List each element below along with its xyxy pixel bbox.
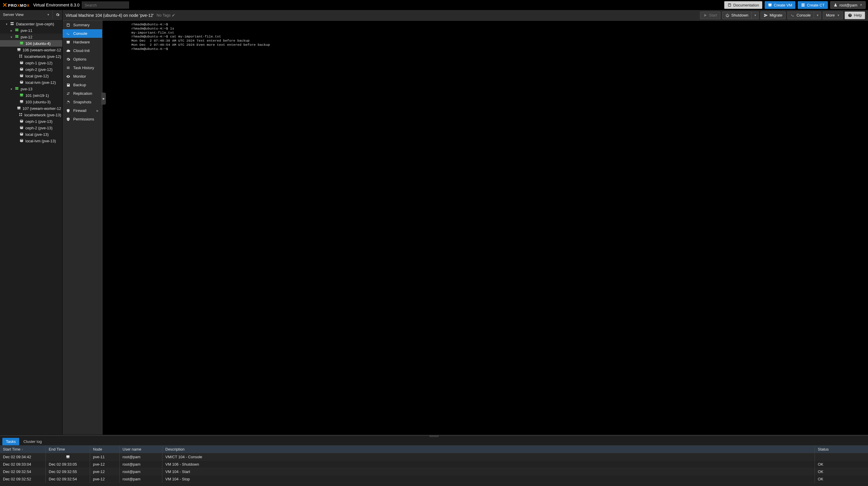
subnav-label: Cloud-Init bbox=[73, 49, 90, 53]
tree-item[interactable]: localnetwork (pve-12) bbox=[0, 53, 62, 60]
tree-item[interactable]: ceph-2 (pve-12) bbox=[0, 66, 62, 73]
subnav-console[interactable]: Console bbox=[63, 29, 102, 38]
create-vm-button[interactable]: Create VM bbox=[765, 1, 795, 9]
cell-status: OK bbox=[815, 475, 868, 482]
cell-user: root@pam bbox=[120, 461, 162, 468]
tree-item[interactable]: ▾pve-12 bbox=[0, 34, 62, 40]
send-icon bbox=[764, 13, 768, 18]
tree-item-label: local-lvm (pve-13) bbox=[25, 139, 56, 143]
console-menu-button[interactable]: ▼ bbox=[814, 11, 821, 19]
pencil-icon bbox=[172, 13, 175, 17]
tab-tasks[interactable]: Tasks bbox=[2, 438, 19, 445]
subnav-cloud-init[interactable]: Cloud-Init bbox=[63, 47, 102, 55]
search-input[interactable] bbox=[82, 1, 129, 8]
subnav-backup[interactable]: Backup bbox=[63, 81, 102, 89]
tree-item[interactable]: 103 (ubuntu-3) bbox=[0, 99, 62, 105]
shutdown-menu-button[interactable]: ▼ bbox=[751, 11, 759, 19]
col-user[interactable]: User name bbox=[120, 446, 162, 453]
col-end-time[interactable]: End Time bbox=[46, 446, 90, 453]
tree-item[interactable]: ceph-1 (pve-12) bbox=[0, 60, 62, 66]
cell-node: pve-12 bbox=[90, 468, 120, 475]
tree-item[interactable]: ▾pve-13 bbox=[0, 86, 62, 92]
tree-item[interactable]: local (pve-12) bbox=[0, 73, 62, 79]
tree-item-label: pve-11 bbox=[21, 28, 32, 33]
gear-icon bbox=[56, 13, 60, 17]
tree-item-label: ceph-2 (pve-12) bbox=[25, 67, 53, 72]
term-icon bbox=[66, 32, 70, 36]
subnav-options[interactable]: Options bbox=[63, 55, 102, 63]
subnav-label: Hardware bbox=[73, 40, 90, 44]
subnav-snapshots[interactable]: Snapshots bbox=[63, 98, 102, 106]
sub-nav: SummaryConsoleHardwareCloud-InitOptionsT… bbox=[63, 21, 102, 435]
bottom-splitter[interactable] bbox=[0, 435, 868, 437]
subnav-permissions[interactable]: Permissions bbox=[63, 115, 102, 123]
help-button[interactable]: Help bbox=[845, 11, 865, 19]
subnav-expand-handle[interactable]: ▶ bbox=[101, 93, 106, 104]
tree-item[interactable]: ceph-2 (pve-13) bbox=[0, 125, 62, 131]
subnav-firewall[interactable]: Firewall▶ bbox=[63, 106, 102, 115]
tree-item[interactable]: ceph-1 (pve-13) bbox=[0, 118, 62, 125]
user-menu-button[interactable]: root@pam▼ bbox=[830, 1, 866, 9]
subnav-replication[interactable]: Replication bbox=[63, 89, 102, 98]
tree-settings-button[interactable] bbox=[53, 10, 62, 19]
documentation-button[interactable]: Documentation bbox=[724, 1, 762, 9]
tab-cluster-log[interactable]: Cluster log bbox=[20, 438, 45, 445]
console-pane[interactable]: rhmadm@ubuntu-4:~$ rhmadm@ubuntu-4:~$ ls… bbox=[102, 21, 868, 435]
subnav-hardware[interactable]: Hardware bbox=[63, 38, 102, 47]
shield-icon bbox=[66, 109, 70, 113]
tree-item[interactable]: ▸pve-11 bbox=[0, 27, 62, 34]
cell-start: Dec 02 09:33:04 bbox=[0, 461, 46, 468]
shutdown-button[interactable]: Shutdown bbox=[722, 11, 752, 19]
disk-icon bbox=[19, 139, 24, 144]
disk-icon bbox=[19, 73, 24, 79]
tree-toggle-icon: ▾ bbox=[9, 87, 13, 91]
more-button[interactable]: More▼ bbox=[823, 11, 843, 19]
subnav-label: Snapshots bbox=[73, 100, 91, 104]
left-panel: Server View▼ ▾Datacenter (pve-ceph)▸pve-… bbox=[0, 10, 63, 435]
tree-item[interactable]: localnetwork (pve-13) bbox=[0, 112, 62, 118]
tree-item[interactable]: local-lvm (pve-13) bbox=[0, 138, 62, 144]
cell-desc: VM 104 - Start bbox=[162, 468, 815, 475]
node-icon bbox=[14, 28, 20, 33]
subnav-label: Monitor bbox=[73, 74, 86, 79]
subnav-task-history[interactable]: Task History bbox=[63, 63, 102, 72]
cell-node: pve-12 bbox=[90, 461, 120, 468]
tree-item[interactable]: local-lvm (pve-12) bbox=[0, 79, 62, 86]
tree-item-label: localnetwork (pve-13) bbox=[25, 113, 61, 117]
tree-item-label: pve-13 bbox=[21, 87, 32, 91]
cell-node: pve-12 bbox=[90, 475, 120, 482]
tree-item[interactable]: local (pve-13) bbox=[0, 131, 62, 138]
help-icon bbox=[848, 13, 852, 18]
subnav-label: Firewall bbox=[73, 109, 87, 113]
tree-item[interactable]: 107 (veeam-worker-12 bbox=[0, 105, 62, 112]
create-ct-button[interactable]: Create CT bbox=[798, 1, 828, 9]
tree-item[interactable]: ▾Datacenter (pve-ceph) bbox=[0, 21, 62, 27]
start-button[interactable]: Start bbox=[700, 11, 720, 19]
bottom-panel: Tasks Cluster log Start Time↓ End Time N… bbox=[0, 435, 868, 486]
tree-item-label: ceph-1 (pve-12) bbox=[25, 61, 53, 65]
tags-editor[interactable]: No Tags bbox=[157, 13, 175, 18]
col-start-time[interactable]: Start Time↓ bbox=[0, 446, 46, 453]
subnav-summary[interactable]: Summary bbox=[63, 21, 102, 29]
cube-icon bbox=[801, 3, 805, 7]
tree-item-label: pve-12 bbox=[21, 35, 32, 39]
task-row[interactable]: Dec 02 09:32:54Dec 02 09:32:55pve-12root… bbox=[0, 468, 868, 475]
console-button[interactable]: Console bbox=[787, 11, 814, 19]
task-row[interactable]: Dec 02 09:34:42pve-11root@pamVM/CT 104 -… bbox=[0, 453, 868, 461]
resource-tree: ▾Datacenter (pve-ceph)▸pve-11▾pve-12104 … bbox=[0, 20, 62, 435]
monitor-icon bbox=[768, 3, 772, 7]
tree-item[interactable]: 101 (win19-1) bbox=[0, 92, 62, 99]
migrate-button[interactable]: Migrate bbox=[761, 11, 786, 19]
col-status[interactable]: Status bbox=[815, 446, 868, 453]
col-node[interactable]: Node bbox=[90, 446, 120, 453]
col-description[interactable]: Description bbox=[162, 446, 815, 453]
monitor-icon bbox=[66, 455, 70, 459]
subnav-monitor[interactable]: Monitor bbox=[63, 72, 102, 81]
task-row[interactable]: Dec 02 09:33:04Dec 02 09:33:05pve-12root… bbox=[0, 461, 868, 468]
task-row[interactable]: Dec 02 09:32:52Dec 02 09:32:54pve-12root… bbox=[0, 475, 868, 483]
tree-item[interactable]: 106 (veeam-worker-12 bbox=[0, 47, 62, 53]
tree-item-label: 104 (ubuntu-4) bbox=[25, 41, 51, 46]
view-selector[interactable]: Server View▼ bbox=[0, 10, 53, 19]
disk-icon bbox=[19, 119, 24, 124]
tree-item[interactable]: 104 (ubuntu-4) bbox=[0, 40, 62, 47]
